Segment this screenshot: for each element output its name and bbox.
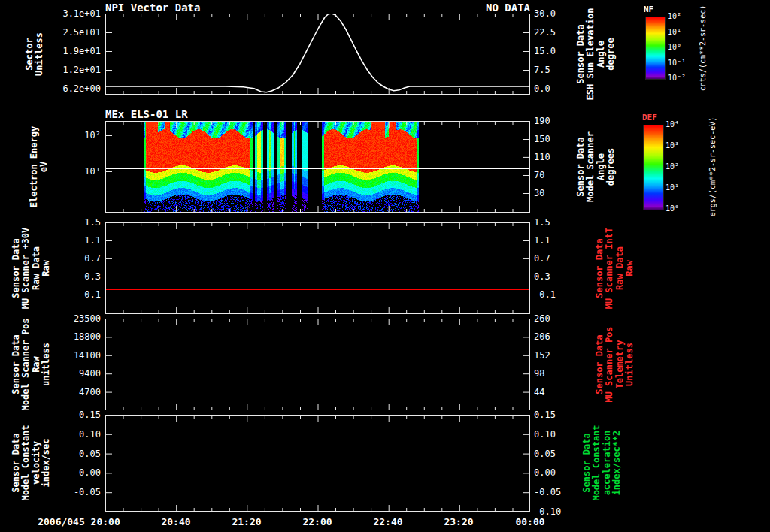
y-tick-label: 1.5 — [41, 217, 101, 228]
y-tick-label: 0.00 — [534, 467, 594, 478]
y-tick-label: 22.5 — [534, 27, 594, 38]
y-tick-label: 2.5e+01 — [41, 27, 101, 38]
colorbar-nf-label: NF — [644, 5, 653, 14]
colorbar-tick-label: 10³ — [665, 141, 679, 150]
y-tick-label: 6.2e+00 — [41, 83, 101, 94]
y-tick-label: 0.15 — [41, 410, 101, 420]
y-tick-label: 1.2e+01 — [41, 65, 101, 75]
axis-title-mu-scanner-pos-telemetry: Sensor Data MU Scanner Pos Telemetry Uni… — [595, 326, 635, 402]
y-tick-label: 152 — [534, 350, 594, 361]
y-tick-label: 9400 — [41, 368, 101, 379]
els-spectrogram — [106, 122, 529, 212]
y-tick-label: 0.0 — [534, 83, 594, 94]
y-tick-label: -0.1 — [534, 289, 594, 300]
y-tick-label: 206 — [534, 331, 594, 342]
colorbar-tick-label: 10⁰ — [668, 43, 681, 51]
y-tick-label: 260 — [534, 313, 594, 324]
plot-window: NPI Vector Data NO DATA MEx ELS-01 LR Se… — [0, 0, 770, 532]
data-line-mu-scanner-pos-telemetry — [106, 382, 529, 382]
x-tick-label: 00:00 — [515, 516, 544, 527]
x-tick-label: 20:40 — [161, 516, 190, 527]
x-tick-label: 22:40 — [373, 516, 402, 527]
x-tick-label: 23:20 — [444, 516, 473, 527]
colorbar-tick-label: 10¹ — [665, 183, 679, 192]
y-tick-label: 23500 — [41, 313, 101, 324]
x-tick-label-start: 2006/045 20:00 — [38, 516, 120, 527]
data-line-model-scanner-pos-raw — [106, 367, 529, 367]
colorbar-tick-label: 10² — [665, 162, 679, 171]
no-data-status: NO DATA — [486, 2, 530, 14]
panel-frame-4 — [105, 415, 530, 512]
y-tick-label: 10² — [41, 130, 101, 141]
y-tick-label: 70 — [534, 170, 594, 180]
y-tick-label: 98 — [534, 368, 594, 379]
data-line-model-scanner-angle — [106, 168, 529, 169]
y-tick-label: 150 — [534, 134, 594, 144]
y-tick-label: 44 — [534, 387, 594, 397]
y-tick-label: 190 — [534, 116, 594, 126]
y-tick-label: -0.10 — [534, 506, 594, 517]
y-tick-label: 10¹ — [41, 166, 101, 177]
y-tick-label: 0.7 — [41, 253, 101, 264]
y-tick-label: -0.1 — [41, 289, 101, 300]
y-tick-label: 1.1 — [534, 235, 594, 246]
colorbar-def-gradient — [643, 125, 664, 210]
y-tick-label: 0.15 — [534, 410, 594, 420]
y-tick-label: 1.1 — [41, 235, 101, 246]
colorbar-nf-unit: cnts/(cm**2-sr-sec) — [699, 5, 707, 91]
y-tick-label: 0.00 — [41, 467, 101, 478]
y-tick-label: 0.10 — [41, 429, 101, 440]
y-tick-label: 15.0 — [534, 46, 594, 56]
y-tick-label: 3.1e+01 — [41, 8, 101, 19]
colorbar-def-label: DEF — [642, 113, 657, 122]
y-tick-label: 0.05 — [534, 449, 594, 459]
y-tick-label: 0.7 — [534, 253, 594, 264]
colorbar-tick-label: 10² — [668, 12, 681, 20]
y-tick-label: 1.9e+01 — [41, 46, 101, 56]
y-tick-label: 110 — [534, 152, 594, 162]
y-tick-label: 14100 — [41, 350, 101, 361]
colorbar-tick-label: 10⁴ — [665, 120, 679, 128]
y-tick-label: 0.3 — [534, 271, 594, 282]
page-title: NPI Vector Data — [105, 2, 200, 14]
y-tick-label: 30.0 — [534, 8, 594, 19]
colorbar-tick-label: 10¹ — [668, 28, 681, 36]
y-tick-label: 18800 — [41, 331, 101, 342]
colorbar-tick-label: 10⁻¹ — [668, 59, 686, 67]
y-tick-label: -0.05 — [41, 487, 101, 497]
axis-title-mu-scanner-intt: Sensor Data MU Scanner IntT Raw Data Raw — [595, 228, 635, 309]
x-tick-label: 21:20 — [232, 516, 261, 527]
y-tick-label: -0.05 — [534, 487, 594, 497]
els-panel-title: MEx ELS-01 LR — [105, 108, 188, 120]
colorbar-tick-label: 10⁰ — [665, 204, 679, 213]
y-tick-label: 4700 — [41, 387, 101, 397]
panel-frame-3 — [105, 319, 530, 410]
y-tick-label: 1.5 — [534, 217, 594, 228]
colorbar-nf-gradient — [645, 17, 666, 80]
colorbar-tick-label: 10⁻² — [668, 74, 686, 82]
colorbar-def-unit: ergs/(cm**2-sr-sec-eV) — [708, 117, 717, 216]
x-tick-label: 22:00 — [302, 516, 332, 527]
data-line-mu-scanner-intt-raw — [106, 289, 529, 290]
y-tick-label: 0.05 — [41, 449, 101, 459]
panel-frame-2 — [105, 222, 530, 314]
y-tick-label: 30 — [534, 188, 594, 198]
panel-frame-0 — [105, 14, 530, 95]
y-tick-label: 7.5 — [534, 65, 594, 75]
y-tick-label: 0.10 — [534, 429, 594, 440]
data-line-model-constant-velocity — [106, 473, 529, 473]
y-tick-label: 0.3 — [41, 271, 101, 282]
